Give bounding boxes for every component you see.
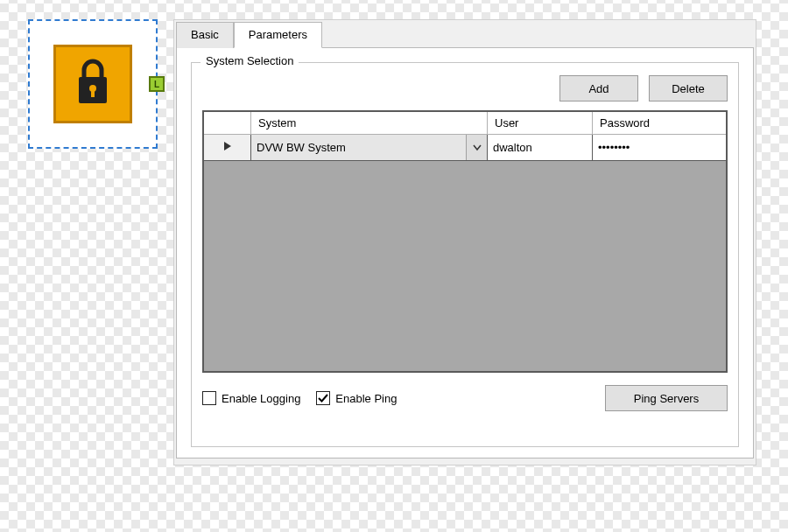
lock-icon <box>72 58 114 111</box>
delete-button-label: Delete <box>672 82 705 95</box>
cell-password-value: •••••••• <box>598 141 630 154</box>
port-label: L <box>154 80 159 89</box>
tab-strip: Basic Parameters <box>176 22 754 48</box>
grid-empty-area <box>204 161 726 371</box>
cell-system[interactable]: DVW BW System <box>251 135 488 160</box>
grid-header-system[interactable]: System <box>251 112 488 135</box>
cell-user[interactable]: dwalton <box>488 135 593 160</box>
row-handle[interactable] <box>204 135 251 160</box>
lock-tile <box>53 45 132 123</box>
groupbox-toolbar: Add Delete <box>202 75 728 102</box>
chevron-down-icon <box>473 141 482 154</box>
systems-grid[interactable]: System User Password DVW BW System <box>202 110 728 373</box>
cell-password[interactable]: •••••••• <box>593 135 726 160</box>
cell-user-value: dwalton <box>493 141 532 154</box>
grid-header-password[interactable]: Password <box>593 112 726 135</box>
groupbox-legend: System Selection <box>201 54 299 67</box>
tab-parameters[interactable]: Parameters <box>234 22 322 48</box>
grid-header-row: System User Password <box>204 112 726 135</box>
grid-header-user[interactable]: User <box>488 112 593 135</box>
checkbox-box <box>316 391 330 405</box>
grid-row[interactable]: DVW BW System dwalton •••••••• <box>204 135 726 161</box>
cell-system-value: DVW BW System <box>257 141 346 154</box>
enable-ping-checkbox[interactable]: Enable Ping <box>316 391 397 405</box>
enable-logging-label: Enable Logging <box>222 392 300 405</box>
add-button[interactable]: Add <box>559 75 638 102</box>
checkbox-box <box>202 391 216 405</box>
system-dropdown-button[interactable] <box>466 135 487 160</box>
svg-rect-2 <box>91 89 95 97</box>
tab-parameters-label: Parameters <box>249 28 307 41</box>
delete-button[interactable]: Delete <box>649 75 728 102</box>
tab-basic-label: Basic <box>191 28 219 41</box>
ping-servers-label: Ping Servers <box>634 392 699 405</box>
groupbox-system-selection: System Selection Add Delete System User … <box>191 62 739 447</box>
add-button-label: Add <box>588 82 609 95</box>
grid-header-handle <box>204 112 251 135</box>
tab-basic[interactable]: Basic <box>176 22 234 48</box>
ping-servers-button[interactable]: Ping Servers <box>605 385 728 411</box>
properties-panel: Basic Parameters System Selection Add De… <box>173 19 756 466</box>
lock-node[interactable]: L <box>28 19 158 149</box>
output-port-l[interactable]: L <box>149 76 165 92</box>
groupbox-footer: Enable Logging Enable Ping Ping Servers <box>202 385 728 411</box>
current-row-indicator-icon <box>223 141 232 154</box>
enable-ping-label: Enable Ping <box>335 392 397 405</box>
enable-logging-checkbox[interactable]: Enable Logging <box>202 391 300 405</box>
tab-body-parameters: System Selection Add Delete System User … <box>176 47 754 458</box>
